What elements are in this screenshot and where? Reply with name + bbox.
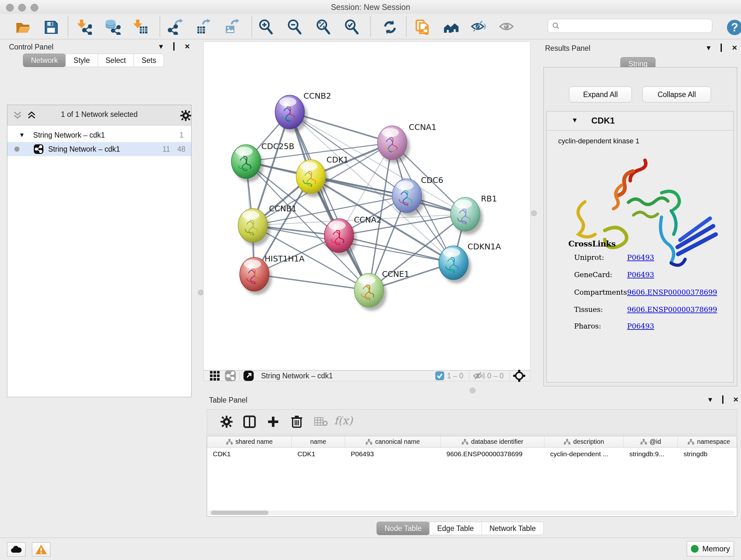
column-header-canonical-name[interactable]: canonical name bbox=[345, 436, 441, 447]
delete-table-button[interactable] bbox=[311, 412, 331, 431]
tab-sets[interactable]: Sets bbox=[133, 54, 164, 67]
crosslink-label: GeneCard: bbox=[574, 271, 612, 279]
network-node-CCNE1[interactable] bbox=[354, 273, 387, 311]
network-canvas[interactable]: CCNB2CCNA1CDC25BCDK1CDC6RB1CCNB1CCNA2CDK… bbox=[203, 42, 530, 370]
network-collection-label: String Network – cdk1 bbox=[33, 131, 105, 139]
trash-icon bbox=[291, 415, 303, 428]
export-table-button[interactable] bbox=[194, 17, 213, 36]
table-settings-button[interactable] bbox=[217, 412, 237, 431]
function-builder-icon[interactable]: f(x) bbox=[334, 414, 353, 427]
crosslink-link[interactable]: P06493 bbox=[627, 253, 654, 261]
maximize-panel-icon[interactable] bbox=[173, 44, 175, 50]
table-row[interactable]: CDK1CDK1P064939606.ENSP00000378699cyclin… bbox=[207, 448, 737, 460]
column-header-name[interactable]: name bbox=[292, 436, 345, 447]
close-panel-icon[interactable]: ✕ bbox=[185, 44, 190, 50]
hide-selected-button[interactable] bbox=[469, 17, 488, 36]
network-node-CDC25B[interactable] bbox=[231, 145, 264, 182]
delete-table-icon bbox=[314, 416, 328, 427]
import-table-button[interactable] bbox=[130, 17, 149, 36]
tab-edge-table[interactable]: Edge Table bbox=[429, 522, 482, 535]
zoom-fit-button[interactable] bbox=[314, 17, 333, 36]
float-panel-icon[interactable]: ▼ bbox=[158, 44, 164, 50]
tab-network-table[interactable]: Network Table bbox=[482, 522, 544, 535]
table-panel-tabs: Node TableEdge TableNetwork Table bbox=[377, 522, 544, 535]
crosslink-link[interactable]: P06493 bbox=[627, 271, 654, 279]
cell-shared-name: CDK1 bbox=[207, 448, 292, 460]
warnings-button[interactable] bbox=[32, 543, 51, 557]
right-splitter-handle[interactable] bbox=[531, 210, 537, 216]
show-columns-button[interactable] bbox=[240, 412, 259, 431]
collection-expander-icon[interactable]: ▼ bbox=[19, 132, 25, 138]
application-window: Session: New Session ? Control Panel bbox=[0, 0, 741, 560]
left-splitter-handle[interactable] bbox=[198, 290, 204, 295]
search-input[interactable] bbox=[560, 21, 712, 30]
network-node-RB1[interactable] bbox=[451, 197, 483, 235]
column-header-description[interactable]: description bbox=[544, 436, 623, 447]
cell-namespace: stringdb bbox=[678, 448, 737, 460]
node-label: CDC25B bbox=[261, 142, 294, 151]
tab-select[interactable]: Select bbox=[98, 54, 134, 67]
cell-@id: stringdb:9... bbox=[623, 448, 678, 460]
network-node-CCNA1[interactable] bbox=[378, 126, 410, 163]
column-header-shared-name[interactable]: shared name bbox=[207, 436, 292, 447]
delete-column-button[interactable] bbox=[287, 412, 307, 431]
tab-network[interactable]: Network bbox=[23, 54, 66, 67]
hidden-eye-slash-icon[interactable] bbox=[473, 371, 485, 381]
tab-style[interactable]: Style bbox=[65, 54, 98, 67]
create-column-button[interactable] bbox=[263, 412, 283, 431]
cdk1-section-header[interactable]: ▼ CDK1 bbox=[547, 111, 733, 131]
maximize-results-panel-icon[interactable] bbox=[721, 45, 722, 51]
close-table-panel-icon[interactable]: ✕ bbox=[733, 396, 739, 403]
help-button[interactable]: ? bbox=[725, 18, 741, 37]
scrollbar-thumb[interactable] bbox=[211, 510, 268, 515]
hidden-counts: 0 – 0 bbox=[487, 372, 503, 380]
section-collapse-icon[interactable]: ▼ bbox=[571, 117, 578, 124]
memory-button[interactable]: Memory bbox=[687, 541, 734, 557]
network-collection-row[interactable]: ▼ String Network – cdk1 1 bbox=[7, 128, 191, 142]
network-row[interactable]: String Network – cdk1 11 48 bbox=[7, 142, 191, 156]
selected-checkbox-icon[interactable] bbox=[435, 371, 445, 381]
export-image-button[interactable] bbox=[223, 17, 242, 36]
column-header-namespace[interactable]: namespace bbox=[678, 436, 737, 447]
crosslink-link[interactable]: 9606.ENSP00000378699 bbox=[627, 288, 717, 296]
import-network-button[interactable] bbox=[74, 17, 93, 36]
import-database-button[interactable] bbox=[103, 17, 122, 36]
node-label: CDC6 bbox=[421, 176, 443, 185]
network-view-share-icon[interactable] bbox=[225, 370, 236, 381]
node-label: HIST1H1A bbox=[265, 254, 305, 263]
close-results-panel-icon[interactable]: ✕ bbox=[732, 45, 738, 51]
network-node-CDKN1A[interactable] bbox=[439, 246, 471, 283]
toolbar-separator bbox=[68, 16, 68, 37]
network-options-gear-icon[interactable] bbox=[180, 110, 192, 122]
grid-view-icon[interactable] bbox=[209, 370, 220, 381]
refresh-button[interactable] bbox=[381, 17, 400, 36]
collapse-all-button[interactable]: Collapse All bbox=[643, 86, 711, 103]
table-panel-title: Table Panel bbox=[209, 396, 247, 405]
column-header-database-identifier[interactable]: database identifier bbox=[441, 436, 544, 447]
zoom-selected-button[interactable] bbox=[342, 17, 361, 36]
column-header-@id[interactable]: @id bbox=[623, 436, 678, 447]
float-table-panel-icon[interactable]: ▼ bbox=[707, 396, 714, 403]
crosslink-link[interactable]: 9606.ENSP00000378699 bbox=[627, 306, 717, 314]
open-folder-button[interactable] bbox=[13, 17, 32, 36]
crosslink-link[interactable]: P06493 bbox=[627, 322, 654, 330]
save-button[interactable] bbox=[42, 17, 61, 36]
detach-view-icon[interactable] bbox=[243, 370, 254, 381]
network-node-CCNB2[interactable] bbox=[275, 95, 307, 132]
home-pages-button[interactable] bbox=[442, 17, 461, 36]
search-field[interactable] bbox=[548, 19, 712, 33]
copy-network-button[interactable] bbox=[413, 17, 432, 36]
expand-all-button[interactable]: Expand All bbox=[569, 86, 632, 103]
network-node-CCNA2[interactable] bbox=[324, 219, 356, 256]
horizontal-splitter-handle[interactable] bbox=[470, 388, 475, 393]
zoom-out-button[interactable] bbox=[285, 17, 305, 36]
cloud-status-button[interactable] bbox=[7, 543, 25, 557]
network-node-CDK1[interactable] bbox=[296, 160, 328, 197]
float-results-panel-icon[interactable]: ▼ bbox=[705, 45, 712, 51]
birds-eye-view-icon[interactable] bbox=[513, 369, 526, 382]
zoom-in-button[interactable] bbox=[257, 17, 276, 36]
tab-node-table[interactable]: Node Table bbox=[377, 522, 429, 535]
export-network-button[interactable] bbox=[166, 17, 186, 36]
maximize-table-panel-icon[interactable] bbox=[722, 396, 724, 403]
show-all-button[interactable] bbox=[497, 17, 516, 36]
